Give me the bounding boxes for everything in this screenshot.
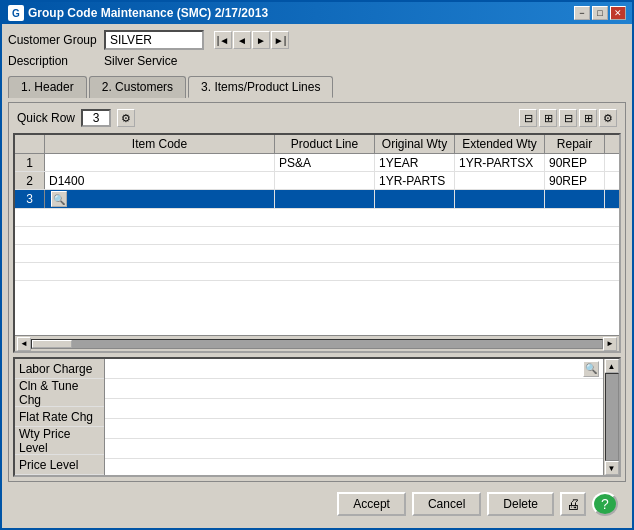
scroll-thumb[interactable] — [32, 340, 72, 348]
customer-group-label: Customer Group — [8, 33, 98, 47]
input-cln-tune[interactable] — [109, 382, 599, 396]
toolbar-right: ⊟ ⊞ ⊟ ⊞ ⚙ — [519, 109, 617, 127]
print-button[interactable]: 🖨 — [560, 492, 586, 516]
input-price-level[interactable] — [109, 442, 599, 456]
label-wty-price: Wty Price Level — [15, 427, 104, 455]
grid-row-empty — [15, 245, 619, 263]
grid-row-empty — [15, 263, 619, 281]
toolbar-left: Quick Row ⚙ — [17, 109, 135, 127]
cell-ext-wty-1[interactable]: 1YR-PARTSX — [455, 154, 545, 171]
cancel-button[interactable]: Cancel — [412, 492, 481, 516]
description-value: Silver Service — [104, 54, 177, 68]
cell-repair-2[interactable]: 90REP — [545, 172, 605, 189]
col-header-repair: Repair — [545, 135, 605, 153]
input-row-cln — [105, 379, 603, 399]
col-header-item: Item Code — [45, 135, 275, 153]
data-grid: Item Code Product Line Original Wty Exte… — [13, 133, 621, 353]
col-header-num — [15, 135, 45, 153]
toolbar-icon-4[interactable]: ⊞ — [579, 109, 597, 127]
input-wty-price[interactable] — [109, 422, 599, 436]
cell-ext-wty-3[interactable] — [455, 190, 545, 208]
cell-item-2[interactable]: D1400 — [45, 172, 275, 189]
title-buttons: − □ ✕ — [574, 6, 626, 20]
input-row-labor: 🔍 — [105, 359, 603, 379]
window-title: Group Code Maintenance (SMC) 2/17/2013 — [28, 6, 268, 20]
grid-row-empty — [15, 227, 619, 245]
customer-group-row: Customer Group |◄ ◄ ► ►| — [8, 30, 626, 50]
grid-toolbar: Quick Row ⚙ ⊟ ⊞ ⊟ ⊞ ⚙ — [13, 107, 621, 129]
cell-orig-wty-3[interactable] — [375, 190, 455, 208]
quick-row-input[interactable] — [81, 109, 111, 127]
cell-product-1[interactable]: PS&A — [275, 154, 375, 171]
label-flat-rate: Flat Rate Chg — [15, 407, 104, 427]
title-bar: G Group Code Maintenance (SMC) 2/17/2013… — [2, 2, 632, 24]
input-row-price — [105, 439, 603, 459]
input-labor-charge[interactable] — [109, 362, 583, 376]
help-button[interactable]: ? — [592, 492, 618, 516]
cell-orig-wty-1[interactable]: 1YEAR — [375, 154, 455, 171]
scroll-left-btn[interactable]: ◄ — [17, 337, 31, 351]
label-labor-charge: Labor Charge — [15, 359, 104, 379]
delete-button[interactable]: Delete — [487, 492, 554, 516]
labor-search-icon[interactable]: 🔍 — [583, 361, 599, 377]
quick-row-label: Quick Row — [17, 111, 75, 125]
grid-row[interactable]: 2 D1400 1YR-PARTS 90REP — [15, 172, 619, 190]
cell-repair-3[interactable] — [545, 190, 605, 208]
col-header-orig-wty: Original Wty — [375, 135, 455, 153]
cell-num-3: 3 — [15, 190, 45, 208]
tab-bar: 1. Header 2. Customers 3. Items/Product … — [8, 76, 626, 98]
cell-num-1: 1 — [15, 154, 45, 171]
footer: Accept Cancel Delete 🖨 ? — [8, 486, 626, 522]
cell-ext-wty-2[interactable] — [455, 172, 545, 189]
tab-content-items: Quick Row ⚙ ⊟ ⊞ ⊟ ⊞ ⚙ Item Code Product — [8, 102, 626, 482]
cell-item-1[interactable] — [45, 154, 275, 171]
scroll-right-btn[interactable]: ► — [603, 337, 617, 351]
label-cln-tune: Cln & Tune Chg — [15, 379, 104, 407]
scroll-up-btn[interactable]: ▲ — [605, 359, 619, 373]
cell-product-2[interactable] — [275, 172, 375, 189]
main-window: G Group Code Maintenance (SMC) 2/17/2013… — [0, 0, 634, 530]
minimize-button[interactable]: − — [574, 6, 590, 20]
grid-row-empty — [15, 209, 619, 227]
tab-customers[interactable]: 2. Customers — [89, 76, 186, 98]
close-button[interactable]: ✕ — [610, 6, 626, 20]
col-header-product: Product Line — [275, 135, 375, 153]
bottom-panel: Labor Charge Cln & Tune Chg Flat Rate Ch… — [13, 357, 621, 477]
cell-product-3[interactable] — [275, 190, 375, 208]
accept-button[interactable]: Accept — [337, 492, 406, 516]
toolbar-icon-3[interactable]: ⊟ — [559, 109, 577, 127]
scroll-down-btn[interactable]: ▼ — [605, 461, 619, 475]
description-label: Description — [8, 54, 98, 68]
bottom-input-area: 🔍 — [105, 359, 603, 475]
input-row-wty — [105, 419, 603, 439]
nav-buttons: |◄ ◄ ► ►| — [214, 31, 289, 49]
nav-prev-button[interactable]: ◄ — [233, 31, 251, 49]
tab-header[interactable]: 1. Header — [8, 76, 87, 98]
input-flat-rate[interactable] — [109, 402, 599, 416]
scroll-track[interactable] — [31, 339, 603, 349]
label-price-level: Price Level — [15, 455, 104, 475]
title-bar-left: G Group Code Maintenance (SMC) 2/17/2013 — [8, 5, 268, 21]
customer-group-input[interactable] — [104, 30, 204, 50]
item-search-icon[interactable]: 🔍 — [51, 191, 67, 207]
horizontal-scrollbar[interactable]: ◄ ► — [15, 335, 619, 351]
nav-next-button[interactable]: ► — [252, 31, 270, 49]
description-row: Description Silver Service — [8, 54, 626, 68]
maximize-button[interactable]: □ — [592, 6, 608, 20]
grid-row[interactable]: 1 PS&A 1YEAR 1YR-PARTSX 90REP — [15, 154, 619, 172]
window-icon: G — [8, 5, 24, 21]
bottom-scrollbar[interactable]: ▲ ▼ — [603, 359, 619, 475]
nav-first-button[interactable]: |◄ — [214, 31, 232, 49]
cell-item-3[interactable]: 🔍 — [45, 190, 275, 208]
toolbar-icon-2[interactable]: ⊞ — [539, 109, 557, 127]
cell-repair-1[interactable]: 90REP — [545, 154, 605, 171]
scroll-vert-track[interactable] — [605, 373, 619, 461]
quick-row-icon[interactable]: ⚙ — [117, 109, 135, 127]
grid-header: Item Code Product Line Original Wty Exte… — [15, 135, 619, 154]
nav-last-button[interactable]: ►| — [271, 31, 289, 49]
cell-orig-wty-2[interactable]: 1YR-PARTS — [375, 172, 455, 189]
toolbar-icon-1[interactable]: ⊟ — [519, 109, 537, 127]
toolbar-settings[interactable]: ⚙ — [599, 109, 617, 127]
grid-row-selected[interactable]: 3 🔍 — [15, 190, 619, 209]
tab-items[interactable]: 3. Items/Product Lines — [188, 76, 333, 98]
